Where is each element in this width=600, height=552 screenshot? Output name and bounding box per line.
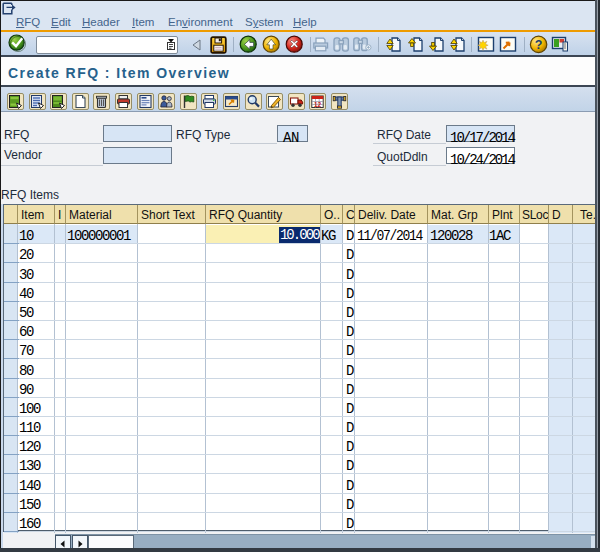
svg-text:12: 12 xyxy=(314,101,322,108)
svg-text:?: ? xyxy=(535,38,543,52)
